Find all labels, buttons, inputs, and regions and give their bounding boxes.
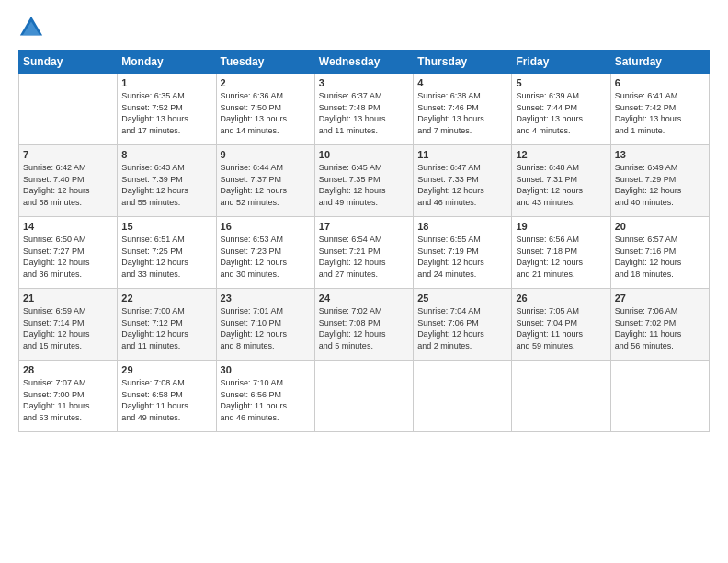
logo [18,15,48,40]
calendar-cell: 10Sunrise: 6:45 AM Sunset: 7:35 PM Dayli… [314,145,413,217]
day-number: 16 [221,221,311,232]
calendar-cell: 23Sunrise: 7:01 AM Sunset: 7:10 PM Dayli… [216,289,314,361]
day-content: Sunrise: 6:41 AM Sunset: 7:42 PM Dayligh… [615,90,705,136]
calendar-cell: 18Sunrise: 6:55 AM Sunset: 7:19 PM Dayli… [414,217,512,289]
header-wednesday: Wednesday [314,51,413,74]
day-content: Sunrise: 6:54 AM Sunset: 7:21 PM Dayligh… [319,234,409,280]
day-content: Sunrise: 6:48 AM Sunset: 7:31 PM Dayligh… [516,162,606,208]
header-thursday: Thursday [414,51,512,74]
day-number: 30 [221,364,311,375]
header-sunday: Sunday [19,51,118,74]
day-number: 6 [615,77,705,88]
calendar-cell: 16Sunrise: 6:53 AM Sunset: 7:23 PM Dayli… [216,217,314,289]
calendar-cell: 8Sunrise: 6:43 AM Sunset: 7:39 PM Daylig… [118,145,216,217]
week-row-1: 1Sunrise: 6:35 AM Sunset: 7:52 PM Daylig… [19,74,710,145]
calendar-table: SundayMondayTuesdayWednesdayThursdayFrid… [18,50,710,432]
day-number: 14 [23,221,113,232]
calendar-cell: 11Sunrise: 6:47 AM Sunset: 7:33 PM Dayli… [414,145,512,217]
calendar-cell: 6Sunrise: 6:41 AM Sunset: 7:42 PM Daylig… [610,74,709,145]
day-content: Sunrise: 6:38 AM Sunset: 7:46 PM Dayligh… [417,90,507,136]
calendar-cell: 12Sunrise: 6:48 AM Sunset: 7:31 PM Dayli… [512,145,610,217]
day-content: Sunrise: 7:07 AM Sunset: 7:00 PM Dayligh… [23,377,113,423]
day-content: Sunrise: 7:10 AM Sunset: 6:56 PM Dayligh… [221,377,311,423]
day-content: Sunrise: 6:37 AM Sunset: 7:48 PM Dayligh… [319,90,409,136]
day-content: Sunrise: 6:44 AM Sunset: 7:37 PM Dayligh… [221,162,311,208]
calendar-cell: 14Sunrise: 6:50 AM Sunset: 7:27 PM Dayli… [19,217,118,289]
week-row-2: 7Sunrise: 6:42 AM Sunset: 7:40 PM Daylig… [19,145,710,217]
calendar-cell: 9Sunrise: 6:44 AM Sunset: 7:37 PM Daylig… [216,145,314,217]
day-number: 20 [615,221,705,232]
week-row-4: 21Sunrise: 6:59 AM Sunset: 7:14 PM Dayli… [19,289,710,361]
calendar-cell [512,361,610,432]
day-number: 3 [319,77,409,88]
day-number: 23 [221,293,311,304]
day-content: Sunrise: 6:56 AM Sunset: 7:18 PM Dayligh… [516,234,606,280]
calendar-cell: 30Sunrise: 7:10 AM Sunset: 6:56 PM Dayli… [216,361,314,432]
calendar-cell: 1Sunrise: 6:35 AM Sunset: 7:52 PM Daylig… [118,74,216,145]
day-content: Sunrise: 6:39 AM Sunset: 7:44 PM Dayligh… [516,90,606,136]
day-content: Sunrise: 7:06 AM Sunset: 7:02 PM Dayligh… [615,305,705,351]
calendar-cell: 29Sunrise: 7:08 AM Sunset: 6:58 PM Dayli… [118,361,216,432]
day-number: 19 [516,221,606,232]
header-tuesday: Tuesday [216,51,314,74]
calendar-cell: 13Sunrise: 6:49 AM Sunset: 7:29 PM Dayli… [610,145,709,217]
day-number: 18 [417,221,507,232]
calendar-cell [19,74,118,145]
calendar-cell [414,361,512,432]
day-number: 12 [516,149,606,160]
day-number: 26 [516,293,606,304]
calendar-cell: 15Sunrise: 6:51 AM Sunset: 7:25 PM Dayli… [118,217,216,289]
calendar-cell: 27Sunrise: 7:06 AM Sunset: 7:02 PM Dayli… [610,289,709,361]
day-content: Sunrise: 6:53 AM Sunset: 7:23 PM Dayligh… [221,234,311,280]
day-content: Sunrise: 7:00 AM Sunset: 7:12 PM Dayligh… [121,305,211,351]
day-number: 17 [319,221,409,232]
day-number: 8 [121,149,211,160]
calendar-cell: 19Sunrise: 6:56 AM Sunset: 7:18 PM Dayli… [512,217,610,289]
day-content: Sunrise: 6:50 AM Sunset: 7:27 PM Dayligh… [23,234,113,280]
day-number: 29 [121,364,211,375]
day-content: Sunrise: 7:01 AM Sunset: 7:10 PM Dayligh… [221,305,311,351]
header-monday: Monday [118,51,216,74]
day-number: 28 [23,364,113,375]
header-row: SundayMondayTuesdayWednesdayThursdayFrid… [19,51,710,74]
day-number: 4 [417,77,507,88]
day-number: 24 [319,293,409,304]
day-number: 15 [121,221,211,232]
day-content: Sunrise: 6:49 AM Sunset: 7:29 PM Dayligh… [615,162,705,208]
day-content: Sunrise: 6:59 AM Sunset: 7:14 PM Dayligh… [23,305,113,351]
day-number: 22 [121,293,211,304]
page: SundayMondayTuesdayWednesdayThursdayFrid… [0,0,728,563]
day-number: 2 [221,77,311,88]
calendar-cell: 7Sunrise: 6:42 AM Sunset: 7:40 PM Daylig… [19,145,118,217]
calendar-cell: 21Sunrise: 6:59 AM Sunset: 7:14 PM Dayli… [19,289,118,361]
day-number: 7 [23,149,113,160]
day-content: Sunrise: 6:43 AM Sunset: 7:39 PM Dayligh… [121,162,211,208]
day-number: 13 [615,149,705,160]
logo-icon [18,15,44,40]
calendar-cell: 28Sunrise: 7:07 AM Sunset: 7:00 PM Dayli… [19,361,118,432]
calendar-cell: 24Sunrise: 7:02 AM Sunset: 7:08 PM Dayli… [314,289,413,361]
day-number: 9 [221,149,311,160]
calendar-cell: 20Sunrise: 6:57 AM Sunset: 7:16 PM Dayli… [610,217,709,289]
day-content: Sunrise: 6:57 AM Sunset: 7:16 PM Dayligh… [615,234,705,280]
calendar-cell: 17Sunrise: 6:54 AM Sunset: 7:21 PM Dayli… [314,217,413,289]
calendar-cell: 3Sunrise: 6:37 AM Sunset: 7:48 PM Daylig… [314,74,413,145]
calendar-cell: 25Sunrise: 7:04 AM Sunset: 7:06 PM Dayli… [414,289,512,361]
day-content: Sunrise: 6:35 AM Sunset: 7:52 PM Dayligh… [121,90,211,136]
header [18,15,710,40]
day-number: 10 [319,149,409,160]
day-number: 21 [23,293,113,304]
day-number: 5 [516,77,606,88]
calendar-cell: 5Sunrise: 6:39 AM Sunset: 7:44 PM Daylig… [512,74,610,145]
calendar-cell [314,361,413,432]
day-number: 1 [121,77,211,88]
day-content: Sunrise: 7:02 AM Sunset: 7:08 PM Dayligh… [319,305,409,351]
calendar-cell: 26Sunrise: 7:05 AM Sunset: 7:04 PM Dayli… [512,289,610,361]
day-content: Sunrise: 7:05 AM Sunset: 7:04 PM Dayligh… [516,305,606,351]
header-friday: Friday [512,51,610,74]
day-content: Sunrise: 6:36 AM Sunset: 7:50 PM Dayligh… [221,90,311,136]
calendar-cell: 2Sunrise: 6:36 AM Sunset: 7:50 PM Daylig… [216,74,314,145]
calendar-cell: 22Sunrise: 7:00 AM Sunset: 7:12 PM Dayli… [118,289,216,361]
day-content: Sunrise: 6:55 AM Sunset: 7:19 PM Dayligh… [417,234,507,280]
day-number: 25 [417,293,507,304]
